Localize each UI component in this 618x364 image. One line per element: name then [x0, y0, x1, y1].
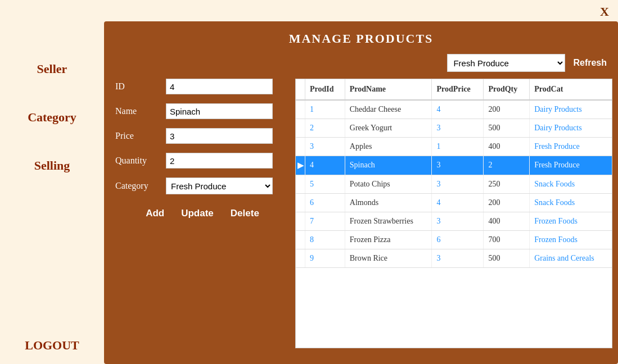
refresh-button[interactable]: Refresh — [573, 58, 607, 68]
name-label: Name — [115, 106, 166, 116]
prod-name: Cheddar Cheese — [345, 100, 432, 119]
table-row[interactable]: 8Frozen Pizza6700Frozen Foods — [296, 231, 612, 249]
prod-price: 3 — [432, 212, 484, 231]
prod-price: 3 — [432, 119, 484, 138]
prod-qty: 700 — [484, 231, 530, 249]
quantity-label: Quantity — [115, 156, 166, 166]
content-area: ID Name Price Quantity Category Dairy Pr… — [104, 79, 618, 348]
quantity-row: Quantity — [115, 153, 290, 169]
prod-price: 3 — [432, 175, 484, 194]
row-arrow — [296, 212, 305, 231]
table-row[interactable]: ▶4Spinach32Fresh Produce — [296, 156, 612, 175]
prod-qty: 400 — [484, 212, 530, 231]
prod-id: 9 — [305, 249, 345, 268]
row-arrow — [296, 175, 305, 194]
prodprice-header: ProdPrice — [432, 79, 484, 100]
sidebar: Seller Category Selling LOGOUT — [0, 0, 104, 364]
row-arrow — [296, 119, 305, 138]
prod-price: 4 — [432, 194, 484, 212]
prod-qty: 500 — [484, 119, 530, 138]
row-arrow — [296, 100, 305, 119]
prod-id: 6 — [305, 194, 345, 212]
sidebar-item-seller[interactable]: Seller — [37, 62, 67, 76]
prod-id: 7 — [305, 212, 345, 231]
prodid-header: ProdId — [305, 79, 345, 100]
row-arrow — [296, 249, 305, 268]
price-row: Price — [115, 128, 290, 144]
main-panel: MANAGE PRODUCTS Dairy ProductsFresh Prod… — [104, 21, 618, 364]
prod-cat: Snack Foods — [530, 175, 612, 194]
prodname-header: ProdName — [345, 79, 432, 100]
table-row[interactable]: 6Almonds4200Snack Foods — [296, 194, 612, 212]
prod-qty: 200 — [484, 194, 530, 212]
top-bar: Dairy ProductsFresh ProduceSnack FoodsFr… — [104, 54, 618, 79]
prod-qty: 200 — [484, 100, 530, 119]
form-panel: ID Name Price Quantity Category Dairy Pr… — [115, 79, 290, 348]
update-button[interactable]: Update — [181, 208, 214, 219]
price-label: Price — [115, 131, 166, 141]
arrow-col-header — [296, 79, 305, 100]
page-title: MANAGE PRODUCTS — [104, 21, 618, 54]
prod-id: 8 — [305, 231, 345, 249]
sidebar-item-category[interactable]: Category — [28, 110, 76, 125]
row-arrow — [296, 138, 305, 156]
prod-id: 1 — [305, 100, 345, 119]
table-row[interactable]: 1Cheddar Cheese4200Dairy Products — [296, 100, 612, 119]
add-button[interactable]: Add — [146, 208, 164, 219]
sidebar-item-logout[interactable]: LOGOUT — [25, 338, 79, 353]
quantity-input[interactable] — [166, 153, 273, 169]
prod-qty: 500 — [484, 249, 530, 268]
row-arrow — [296, 194, 305, 212]
prod-id: 2 — [305, 119, 345, 138]
prod-name: Greek Yogurt — [345, 119, 432, 138]
prod-qty: 2 — [484, 156, 530, 175]
prod-cat: Dairy Products — [530, 119, 612, 138]
prod-name: Potato Chips — [345, 175, 432, 194]
prod-qty: 250 — [484, 175, 530, 194]
prod-price: 3 — [432, 156, 484, 175]
prod-cat: Frozen Foods — [530, 231, 612, 249]
prod-cat: Snack Foods — [530, 194, 612, 212]
prod-qty: 400 — [484, 138, 530, 156]
table-row[interactable]: 9Brown Rice3500Grains and Cereals — [296, 249, 612, 268]
form-buttons: Add Update Delete — [115, 208, 290, 219]
table-row[interactable]: 2Greek Yogurt3500Dairy Products — [296, 119, 612, 138]
prodqty-header: ProdQty — [484, 79, 530, 100]
prod-price: 1 — [432, 138, 484, 156]
price-input[interactable] — [166, 128, 273, 144]
id-row: ID — [115, 79, 290, 94]
prod-cat: Dairy Products — [530, 100, 612, 119]
prod-id: 4 — [305, 156, 345, 175]
close-button[interactable]: X — [600, 4, 609, 19]
delete-button[interactable]: Delete — [231, 208, 259, 219]
prod-cat: Fresh Produce — [530, 156, 612, 175]
prod-name: Almonds — [345, 194, 432, 212]
table-wrapper[interactable]: ProdId ProdName ProdPrice ProdQty ProdCa… — [295, 79, 612, 348]
prod-price: 3 — [432, 249, 484, 268]
table-row[interactable]: 5Potato Chips3250Snack Foods — [296, 175, 612, 194]
prod-cat: Frozen Foods — [530, 212, 612, 231]
name-row: Name — [115, 103, 290, 119]
prod-name: Spinach — [345, 156, 432, 175]
prod-name: Brown Rice — [345, 249, 432, 268]
category-filter-select[interactable]: Dairy ProductsFresh ProduceSnack FoodsFr… — [447, 54, 565, 72]
products-table: ProdId ProdName ProdPrice ProdQty ProdCa… — [296, 79, 612, 268]
row-arrow: ▶ — [296, 156, 305, 175]
name-input[interactable] — [166, 103, 273, 119]
prod-name: Frozen Strawberries — [345, 212, 432, 231]
prod-name: Apples — [345, 138, 432, 156]
prod-cat: Grains and Cereals — [530, 249, 612, 268]
prod-price: 6 — [432, 231, 484, 249]
id-label: ID — [115, 81, 166, 92]
category-row: Category Dairy ProductsFresh ProduceSnac… — [115, 178, 290, 194]
category-select[interactable]: Dairy ProductsFresh ProduceSnack FoodsFr… — [166, 178, 273, 194]
prod-id: 3 — [305, 138, 345, 156]
prod-price: 4 — [432, 100, 484, 119]
table-row[interactable]: 3Apples1400Fresh Produce — [296, 138, 612, 156]
id-input[interactable] — [166, 79, 273, 94]
row-arrow — [296, 231, 305, 249]
table-row[interactable]: 7Frozen Strawberries3400Frozen Foods — [296, 212, 612, 231]
prod-cat: Fresh Produce — [530, 138, 612, 156]
table-header: ProdId ProdName ProdPrice ProdQty ProdCa… — [296, 79, 612, 100]
sidebar-item-selling[interactable]: Selling — [34, 158, 70, 173]
